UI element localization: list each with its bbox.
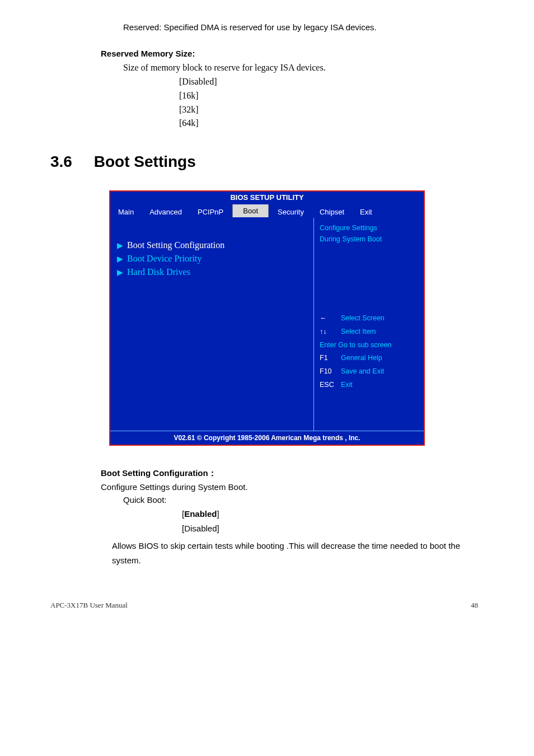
arrow-icon: ▶: [117, 241, 127, 250]
boot-setting-configuration-heading: Boot Setting Configuration：: [101, 468, 484, 479]
key-row: ↑↓Select Item: [320, 325, 419, 339]
section-heading: 3.6 Boot Settings: [50, 153, 484, 171]
opt-enabled: [Enabled]: [182, 507, 484, 521]
bios-tab-bar: Main Advanced PCIPnP Boot Security Chips…: [110, 203, 424, 218]
tab-chipset[interactable]: Chipset: [312, 203, 352, 218]
bios-body: ▶ Boot Setting Configuration ▶ Boot Devi…: [110, 218, 424, 431]
configure-settings-line: Configure Settings during System Boot.: [101, 482, 484, 492]
key-row: ESCExit: [320, 379, 419, 392]
mem-opt: [32k]: [179, 103, 484, 117]
menu-boot-device-priority[interactable]: ▶ Boot Device Priority: [117, 254, 309, 264]
side-key-legend: ←Select Screen ↑↓Select Item Enter Go to…: [320, 312, 419, 392]
section-title: Boot Settings: [94, 153, 196, 170]
side-line: During System Boot: [320, 234, 419, 245]
menu-boot-setting-configuration[interactable]: ▶ Boot Setting Configuration: [117, 240, 309, 250]
key-row: F10Save and Exit: [320, 365, 419, 379]
menu-hard-disk-drives[interactable]: ▶ Hard Disk Drives: [117, 267, 309, 277]
key-desc: Save and Exit: [341, 367, 384, 375]
bios-footer: V02.61 © Copyright 1985-2006 American Me…: [110, 431, 424, 445]
tab-pcipnp[interactable]: PCIPnP: [190, 203, 231, 218]
mem-opt: [16k]: [179, 89, 484, 103]
page-footer: APC-3X17B User Manual 48: [50, 601, 484, 610]
memory-options: [Disabled] [16k] [32k] [64k]: [179, 75, 484, 130]
key-esc: ESC: [320, 379, 341, 392]
side-help-text: Configure Settings During System Boot: [320, 222, 419, 245]
key-desc: General Help: [341, 354, 382, 362]
key-row: ←Select Screen: [320, 312, 419, 325]
tab-boot[interactable]: Boot: [232, 204, 269, 217]
arrow-icon: ▶: [117, 254, 127, 264]
footer-page-number: 48: [471, 601, 478, 610]
tab-main[interactable]: Main: [110, 203, 142, 218]
quick-boot-description: Allows BIOS to skip certain tests while …: [112, 539, 484, 567]
reserved-memory-heading: Reserved Memory Size:: [101, 49, 484, 58]
key-updown-arrow-icon: ↑↓: [320, 325, 341, 339]
bios-screenshot: BIOS SETUP UTILITY Main Advanced PCIPnP …: [109, 190, 425, 446]
reserved-dma-text: Reserved: Specified DMA is reserved for …: [123, 22, 484, 32]
key-row: Enter Go to sub screen: [320, 339, 419, 352]
quick-boot-options: [Enabled] [Disabled]: [182, 507, 484, 535]
arrow-icon: ▶: [117, 268, 127, 277]
menu-label: Boot Setting Configuration: [127, 240, 224, 250]
key-row: F1General Help: [320, 352, 419, 365]
key-desc: Exit: [341, 381, 353, 389]
menu-label: Hard Disk Drives: [127, 267, 190, 277]
side-line: Configure Settings: [320, 222, 419, 234]
key-left-arrow-icon: ←: [320, 312, 341, 325]
tab-advanced[interactable]: Advanced: [142, 203, 190, 218]
reserved-memory-desc: Size of memory block to reserve for lega…: [123, 63, 484, 73]
bios-main-panel: ▶ Boot Setting Configuration ▶ Boot Devi…: [110, 218, 313, 431]
opt-disabled: [Disabled]: [182, 521, 484, 536]
tab-boot-wrapper: Boot: [231, 203, 270, 218]
bios-side-panel: Configure Settings During System Boot ←S…: [313, 218, 424, 431]
section-number: 3.6: [50, 153, 90, 171]
quick-boot-label: Quick Boot:: [123, 495, 484, 505]
key-f10: F10: [320, 365, 341, 379]
footer-left: APC-3X17B User Manual: [50, 601, 128, 610]
bios-title: BIOS SETUP UTILITY: [110, 192, 424, 203]
enabled-bold: Enabled: [184, 509, 217, 519]
bracket: ]: [217, 509, 219, 519]
tab-security[interactable]: Security: [270, 203, 312, 218]
key-enter-full: Enter Go to sub screen: [320, 341, 392, 349]
mem-opt: [64k]: [179, 116, 484, 130]
key-desc: Select Item: [341, 328, 376, 335]
key-desc: Select Screen: [341, 314, 385, 322]
tab-exit[interactable]: Exit: [352, 203, 380, 218]
menu-label: Boot Device Priority: [127, 254, 202, 264]
key-f1: F1: [320, 352, 341, 365]
mem-opt: [Disabled]: [179, 75, 484, 89]
